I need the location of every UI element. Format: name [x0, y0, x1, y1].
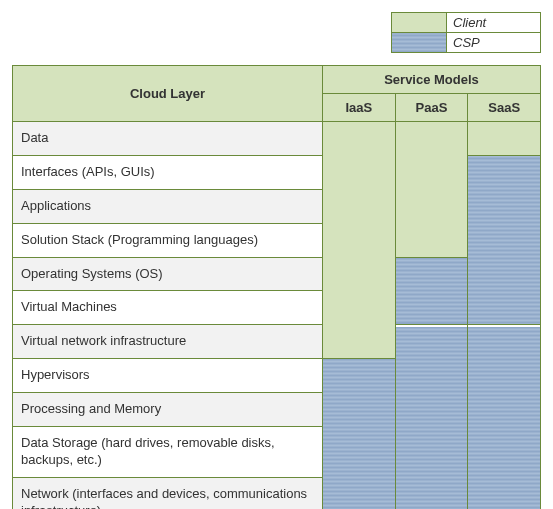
header-saas: SaaS — [468, 94, 541, 122]
table-row: Data — [13, 122, 541, 156]
legend-csp-label: CSP — [447, 33, 541, 53]
header-paas: PaaS — [395, 94, 468, 122]
layer-name: Applications — [13, 189, 323, 223]
layer-name: Interfaces (APIs, GUIs) — [13, 155, 323, 189]
iaas-csp-block-1 — [323, 359, 396, 509]
legend-client-swatch — [392, 13, 447, 33]
legend: Client CSP — [391, 12, 541, 53]
saas-client-block — [468, 122, 541, 156]
layer-name: Hypervisors — [13, 359, 323, 393]
iaas-client-block — [323, 122, 396, 359]
layer-name: Data Storage (hard drives, removable dis… — [13, 427, 323, 478]
layer-name: Processing and Memory — [13, 393, 323, 427]
header-service-models: Service Models — [323, 66, 541, 94]
paas-csp-block-1 — [395, 257, 468, 325]
paas-csp-block-2 — [395, 325, 468, 509]
layer-name: Data — [13, 122, 323, 156]
saas-csp-block-1 — [468, 155, 541, 324]
table-row: Operating Systems (OS) — [13, 257, 541, 291]
layer-name: Solution Stack (Programming languages) — [13, 223, 323, 257]
legend-client-label: Client — [447, 13, 541, 33]
layer-name: Virtual Machines — [13, 291, 323, 325]
layer-name: Network (interfaces and devices, communi… — [13, 477, 323, 509]
header-cloud-layer: Cloud Layer — [13, 66, 323, 122]
layer-name: Virtual network infrastructure — [13, 325, 323, 359]
layer-name: Operating Systems (OS) — [13, 257, 323, 291]
responsibility-table: Cloud Layer Service Models IaaS PaaS Saa… — [12, 65, 541, 509]
paas-client-block — [395, 122, 468, 258]
saas-csp-block-2 — [468, 325, 541, 509]
legend-csp-swatch — [392, 33, 447, 53]
table-row: Virtual network infrastructure — [13, 325, 541, 359]
header-iaas: IaaS — [323, 94, 396, 122]
